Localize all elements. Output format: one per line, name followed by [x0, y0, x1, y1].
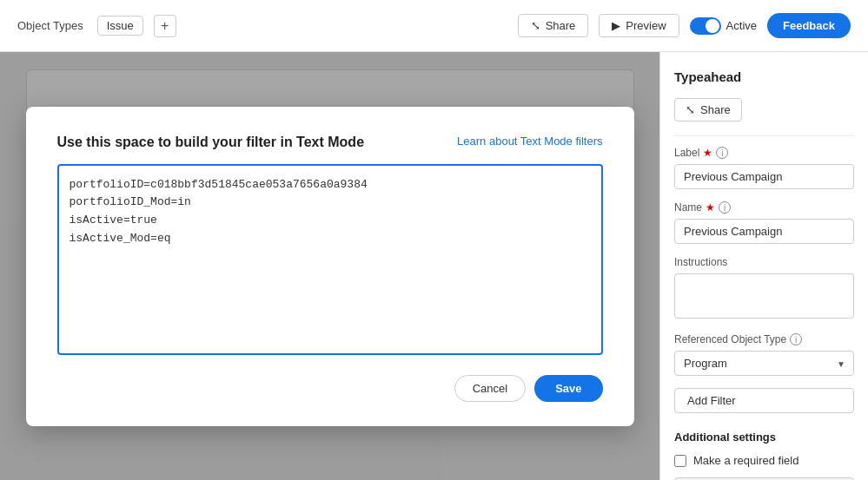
- share-label: Share: [546, 19, 576, 32]
- object-types-label: Object Types: [17, 19, 83, 32]
- referenced-object-type-select[interactable]: Program: [674, 351, 854, 376]
- right-panel: Typeahead ⤡ Share Label ★ i Name ★ i Ins…: [659, 52, 868, 480]
- issue-tag[interactable]: Issue: [97, 16, 143, 36]
- referenced-object-type-label: Referenced Object Type i: [674, 333, 854, 345]
- make-required-label: Make a required field: [693, 454, 798, 467]
- cancel-button[interactable]: Cancel: [454, 375, 526, 402]
- make-required-wrap: Make a required field: [674, 454, 854, 467]
- name-input[interactable]: [674, 219, 854, 244]
- active-toggle-wrap: Active: [690, 17, 757, 35]
- name-field-label: Name ★ i: [674, 201, 854, 214]
- label-input[interactable]: [674, 164, 854, 189]
- label-field-label: Label ★ i: [674, 147, 854, 159]
- label-required-star: ★: [703, 147, 712, 159]
- panel-title: Typeahead: [674, 69, 854, 84]
- toggle-knob: [706, 19, 719, 33]
- name-info-icon[interactable]: i: [719, 201, 731, 214]
- modal-header: Use this space to build your filter in T…: [57, 135, 603, 150]
- preview-button[interactable]: ▶ Preview: [599, 14, 679, 37]
- text-mode-modal: Use this space to build your filter in T…: [26, 107, 634, 426]
- learn-link[interactable]: Learn about Text Mode filters: [457, 135, 602, 148]
- panel-share-button[interactable]: ⤡ Share: [674, 98, 742, 122]
- modal-footer: Cancel Save: [57, 375, 603, 402]
- text-mode-textarea[interactable]: portfolioID=c018bbf3d51845cae053a7656a0a…: [57, 164, 603, 355]
- canvas: Use this space to build your filter in T…: [0, 52, 659, 480]
- main-area: Use this space to build your filter in T…: [0, 52, 868, 480]
- referenced-object-type-select-wrap: Program ▼: [674, 351, 854, 376]
- share-button[interactable]: ⤡ Share: [518, 14, 589, 37]
- feedback-button[interactable]: Feedback: [767, 13, 851, 38]
- modal-overlay: Use this space to build your filter in T…: [0, 52, 659, 480]
- divider-1: [674, 135, 854, 136]
- modal-title: Use this space to build your filter in T…: [57, 135, 365, 150]
- save-button[interactable]: Save: [534, 375, 602, 402]
- instructions-field-label: Instructions: [674, 256, 854, 268]
- add-object-type-button[interactable]: +: [154, 15, 176, 37]
- label-info-icon[interactable]: i: [716, 147, 728, 159]
- additional-settings-title: Additional settings: [674, 431, 854, 444]
- instructions-textarea[interactable]: [674, 273, 854, 319]
- active-toggle[interactable]: [690, 17, 721, 35]
- share-icon-panel: ⤡: [686, 103, 695, 116]
- referenced-object-type-info-icon[interactable]: i: [790, 333, 802, 345]
- make-required-checkbox[interactable]: [674, 455, 686, 467]
- add-filter-button[interactable]: Add Filter: [674, 388, 854, 413]
- preview-label: Preview: [626, 19, 666, 32]
- top-bar: Object Types Issue + ⤡ Share ▶ Preview A…: [0, 0, 868, 52]
- name-required-star: ★: [706, 201, 715, 214]
- share-icon: ⤡: [531, 19, 540, 32]
- preview-icon: ▶: [612, 19, 620, 32]
- active-label: Active: [726, 19, 757, 32]
- panel-share-label: Share: [700, 103, 731, 116]
